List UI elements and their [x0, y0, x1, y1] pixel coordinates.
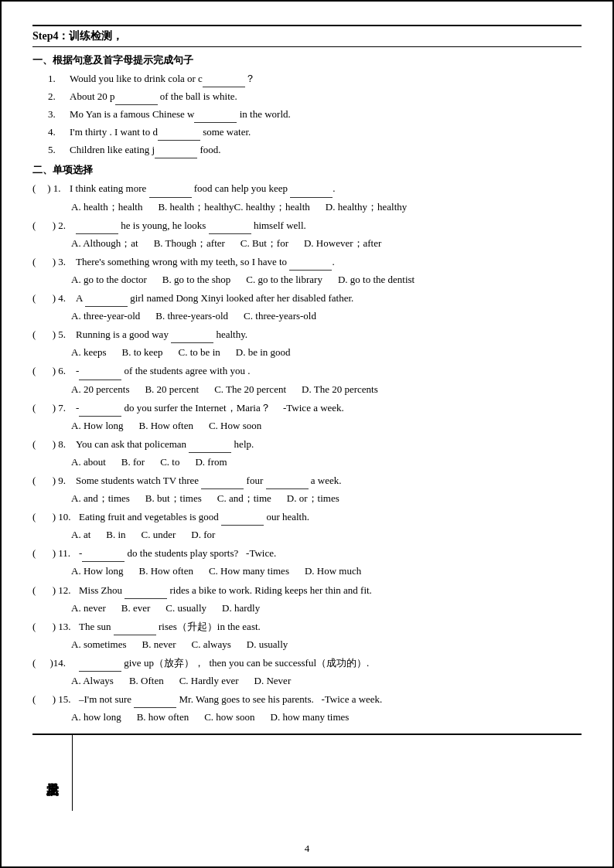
mc-q12-opt-d: D. hardly: [222, 600, 260, 617]
mc-q3-opt-d: D. go to the dentist: [338, 271, 414, 288]
fill-q2-num: 2.: [48, 88, 70, 105]
mc-q5: ( ) 5. Running is a good way healthy. A.…: [32, 326, 582, 361]
bottom-content: [73, 735, 582, 811]
fill-q3-num: 3.: [48, 106, 70, 123]
mc-q5-opt-d: D. be in good: [236, 344, 291, 361]
mc-q3: ( ) 3. There's something wrong with my t…: [32, 254, 582, 288]
mc-q1-blank2: [290, 186, 333, 198]
step-title: Step4：训练检测，: [32, 25, 582, 47]
mc-q13-line: ( ) 13. The sun rises（升起）in the east.: [32, 618, 582, 635]
fill-q4-text: I'm thirty . I want to d some water.: [70, 124, 582, 141]
mc-q9-num: ) 9.: [45, 472, 76, 489]
mc-q13: ( ) 13. The sun rises（升起）in the east. A.…: [32, 618, 582, 653]
mc-q4-opt-a: A. three-year-old: [71, 308, 140, 325]
mc-q12-text: Miss Zhou rides a bike to work. Riding k…: [79, 582, 372, 599]
fill-q5-num: 5.: [48, 141, 70, 158]
section1-title: 一、根据句意及首字母提示完成句子: [32, 53, 582, 67]
mc-q15-text: –I'm not sure Mr. Wang goes to see his p…: [79, 691, 382, 708]
fill-q4: 4. I'm thirty . I want to d some water.: [32, 124, 582, 141]
mc-q12-options: A. never B. ever C. usually D. hardly: [32, 600, 582, 617]
mc-q13-opt-a: A. sometimes: [71, 636, 127, 653]
mc-q7: ( ) 7. - do you surfer the Internet，Mari…: [32, 400, 582, 434]
mc-q6-blank1: [79, 368, 121, 380]
mc-q1-paren: (: [32, 180, 45, 197]
mc-q3-options: A. go to the doctor B. go to the shop C.…: [32, 271, 582, 288]
mc-q15-blank1: [134, 696, 176, 708]
mc-q14-blank1: [79, 659, 121, 672]
mc-q4-paren: (: [32, 290, 45, 307]
mc-q8-opt-d: D. from: [195, 454, 227, 471]
mc-q4-line: ( ) 4. A girl named Dong Xinyi looked af…: [32, 290, 582, 307]
mc-q1-blank1: [149, 186, 192, 198]
mc-q6-opt-a: A. 20 percents: [71, 381, 129, 398]
fill-q1-blank: [203, 75, 245, 87]
mc-q2-line: ( ) 2. he is young, he looks himself wel…: [32, 217, 582, 234]
mc-q9-text: Some students watch TV three four a week…: [76, 472, 341, 489]
mc-q6-paren: (: [32, 363, 45, 380]
mc-q5-num: ) 5.: [45, 326, 76, 343]
mc-q8-opt-c: C. to: [160, 454, 179, 471]
mc-q9-paren: (: [32, 472, 45, 489]
mc-q6-opt-c: C. The 20 percent: [214, 381, 286, 398]
mc-q1-opt-b: B. health；healthyC. healthy；health: [158, 199, 309, 216]
mc-q15-opt-d: D. how many times: [271, 709, 350, 726]
mc-q15-line: ( ) 15. –I'm not sure Mr. Wang goes to s…: [32, 691, 582, 708]
mc-q11-text: - do the students play sports? -Twice.: [79, 545, 276, 562]
mc-q9-blank2: [266, 477, 309, 489]
mc-q14-opt-c: C. Hardly ever: [179, 672, 239, 689]
mc-q1-opt-d: D. healthy；healthy: [326, 199, 407, 216]
mc-q12-num: ) 12.: [45, 582, 79, 599]
mc-q4-opt-c: C. three-years-old: [244, 308, 316, 325]
mc-q10-paren: (: [32, 509, 45, 526]
mc-q15-options: A. how long B. how often C. how soon D. …: [32, 709, 582, 726]
mc-q14-opt-b: B. Often: [129, 672, 164, 689]
mc-q2-opt-a: A. Although；at: [71, 235, 138, 252]
mc-q12: ( ) 12. Miss Zhou rides a bike to work. …: [32, 582, 582, 617]
mc-q3-blank1: [289, 258, 332, 271]
mc-q11-paren: (: [32, 545, 45, 562]
mc-q15-opt-c: C. how soon: [204, 709, 254, 726]
mc-q13-opt-d: D. usually: [247, 636, 288, 653]
mc-q6-opt-d: D. The 20 percents: [302, 381, 378, 398]
mc-q9-options: A. and；times B. but；times C. and；time D.…: [32, 490, 582, 507]
mc-q9-opt-a: A. and；times: [71, 490, 130, 507]
mc-q11-opt-d: D. How much: [305, 563, 361, 580]
mc-q6: ( ) 6. - of the students agree with you …: [32, 363, 582, 397]
mc-q1-opt-a: A. health；health: [71, 199, 142, 216]
fill-q1: 1. Would you like to drink cola or c？: [32, 70, 582, 87]
mc-q7-opt-b: B. How often: [139, 417, 193, 434]
mc-q11-line: ( ) 11. - do the students play sports? -…: [32, 545, 582, 562]
mc-q15-num: ) 15.: [45, 691, 79, 708]
page-number: 4: [305, 842, 310, 855]
mc-q10-opt-c: C. under: [142, 526, 176, 543]
fill-q3-blank: [194, 111, 237, 123]
mc-q8-num: ) 8.: [45, 436, 76, 453]
mc-q10-opt-b: B. in: [106, 526, 125, 543]
mc-q3-opt-c: C. go to the library: [246, 271, 322, 288]
mc-q10-num: ) 10.: [45, 509, 79, 526]
mc-q13-text: The sun rises（升起）in the east.: [79, 618, 261, 635]
mc-q9-blank1: [201, 477, 244, 489]
mc-q8-paren: (: [32, 436, 45, 453]
mc-q6-opt-b: B. 20 percent: [145, 381, 199, 398]
mc-q9-opt-b: B. but；times: [145, 490, 202, 507]
bottom-section: 学后反思: [32, 734, 582, 811]
mc-q2-options: A. Although；at B. Though；after C. But；fo…: [32, 235, 582, 252]
fill-q3: 3. Mo Yan is a famous Chinese w in the w…: [32, 106, 582, 123]
mc-q13-options: A. sometimes B. never C. always D. usual…: [32, 636, 582, 653]
mc-q14-opt-d: D. Never: [254, 672, 292, 689]
mc-q14: ( )14. give up（放弃）， then you can be succ…: [32, 655, 582, 689]
mc-q13-blank1: [114, 623, 156, 635]
mc-q15: ( ) 15. –I'm not sure Mr. Wang goes to s…: [32, 691, 582, 726]
mc-q12-blank1: [125, 587, 167, 599]
mc-q7-num: ) 7.: [45, 400, 76, 417]
mc-q4-blank1: [85, 294, 128, 307]
mc-q10-options: A. at B. in C. under D. for: [32, 526, 582, 543]
mc-q6-line: ( ) 6. - of the students agree with you …: [32, 363, 582, 380]
mc-q14-opt-a: A. Always: [71, 672, 114, 689]
mc-q2-opt-b: B. Though；after: [154, 235, 225, 252]
mc-q3-line: ( ) 3. There's something wrong with my t…: [32, 254, 582, 271]
mc-q5-paren: (: [32, 326, 45, 343]
mc-q11: ( ) 11. - do the students play sports? -…: [32, 545, 582, 580]
mc-q13-opt-c: C. always: [192, 636, 231, 653]
